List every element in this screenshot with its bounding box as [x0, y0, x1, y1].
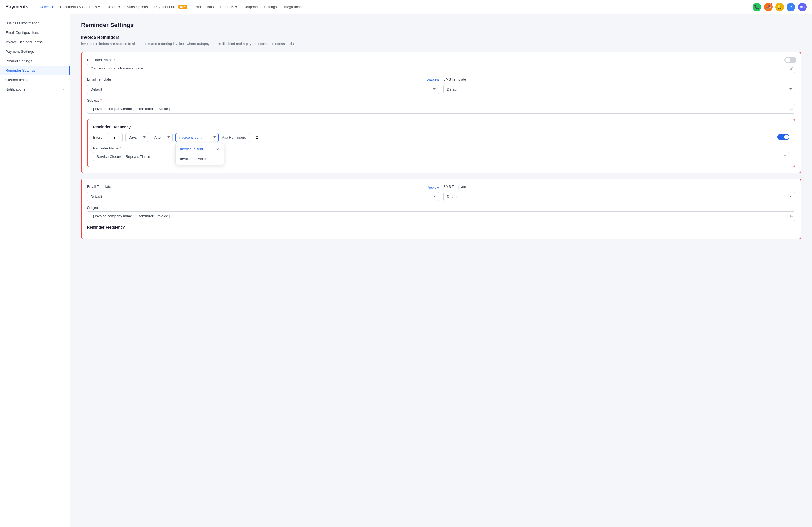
frequency-title: Reminder Frequency [93, 125, 789, 129]
every-label: Every [93, 135, 104, 140]
user-avatar[interactable]: HG [798, 3, 807, 11]
main-content: Reminder Settings Invoice Reminders Invo… [70, 14, 812, 527]
reminder-inner-toggle[interactable] [778, 134, 789, 140]
frequency-when-select[interactable]: After Before [151, 133, 173, 142]
frequency-trigger-select[interactable]: Invoice is sent Invoice is overdue [175, 133, 219, 142]
app-layout: Business Information Email Configuration… [0, 14, 812, 527]
email-template-select-2[interactable]: Default [87, 192, 439, 201]
nav-subscriptions[interactable]: Subscriptions [124, 3, 150, 11]
page-title: Reminder Settings [81, 21, 801, 29]
chevron-down-icon: ▾ [98, 5, 100, 9]
check-icon: ✓ [216, 147, 219, 151]
subject-input-wrapper-2: 🏷 [87, 211, 795, 221]
sidebar-item-custom-fields[interactable]: Custom fields [0, 75, 70, 85]
notification-dot [770, 3, 772, 5]
chevron-down-icon: ▾ [52, 5, 54, 9]
sidebar-item-invoice-title[interactable]: Invoice Title and Terms [0, 37, 70, 47]
reminder-2-email-template-group: Email Template Preview Default [87, 185, 439, 201]
nav-payment-links[interactable]: Payment Links New [151, 3, 190, 11]
tag-icon-btn[interactable]: 🏷 [789, 106, 793, 111]
required-star: * [100, 206, 102, 210]
phone-icon-btn[interactable]: 📞 [753, 3, 761, 11]
subject-label: Subject * [87, 98, 795, 102]
nav-products[interactable]: Products ▾ [218, 3, 240, 11]
section-desc: Invoice reminders are applied to all one… [81, 41, 801, 46]
nav-coupons[interactable]: Coupons [241, 3, 260, 11]
delete-icon-btn-2[interactable]: 🗑 [783, 154, 787, 159]
email-template-preview-link-2[interactable]: Preview [426, 186, 439, 189]
top-nav: Payments Invoices ▾ Documents & Contract… [0, 0, 812, 14]
reminder-2-subject-group: Subject * 🏷 [87, 206, 795, 221]
reminder-1-toggle-container [784, 57, 796, 64]
reminder-1-name-group: Reminder Name * 🗑 [87, 58, 795, 73]
reminder-2-sms-template-group: SMS Template Default [443, 185, 795, 201]
tag-icon-btn-2[interactable]: 🏷 [789, 214, 793, 218]
chevron-down-icon: ▾ [63, 88, 64, 91]
email-template-label-2: Email Template [87, 185, 111, 189]
toggle-knob [785, 58, 790, 62]
reminder-inner-toggle-wrapper [778, 134, 789, 141]
nav-documents[interactable]: Documents & Contracts ▾ [57, 3, 103, 11]
reminder-1-toggle[interactable] [784, 57, 796, 63]
frequency-trigger-wrapper: Invoice is sent Invoice is overdue Invoi… [175, 133, 219, 142]
megaphone-icon-btn[interactable]: 📣 [764, 3, 772, 11]
nav-integrations[interactable]: Integrations [280, 3, 304, 11]
subject-input-wrapper: 🏷 [87, 104, 795, 114]
bell-icon-btn[interactable]: 🔔 [775, 3, 784, 11]
nav-invoices[interactable]: Invoices ▾ [35, 3, 56, 11]
reminder-1-email-template-group: Email Template Preview Default [87, 77, 439, 94]
section-title: Invoice Reminders [81, 35, 801, 40]
email-template-label: Email Template [87, 77, 111, 81]
reminder-1-frequency-card: Reminder Frequency Every Days Weeks Mont… [87, 119, 795, 167]
reminder-card-2: Email Template Preview Default SMS Templ… [81, 179, 801, 239]
sidebar-item-payment-settings[interactable]: Payment Settings [0, 47, 70, 56]
reminder-2-template-row: Email Template Preview Default SMS Templ… [87, 185, 795, 201]
reminder-1-name-input[interactable] [87, 63, 795, 73]
help-icon-btn[interactable]: ? [787, 3, 795, 11]
required-star: * [114, 58, 115, 62]
frequency-number-input[interactable] [106, 133, 123, 142]
required-star: * [120, 146, 121, 150]
sidebar-item-product-settings[interactable]: Product Settings [0, 56, 70, 66]
frequency-trigger-dropdown: Invoice is sent ✓ Invoice is overdue [175, 143, 224, 165]
nav-orders[interactable]: Orders ▾ [104, 3, 123, 11]
brand-title: Payments [5, 4, 28, 10]
sms-template-select-2[interactable]: Default [443, 192, 795, 201]
frequency-unit-select[interactable]: Days Weeks Months [126, 133, 148, 142]
nav-settings[interactable]: Settings [261, 3, 279, 11]
subject-label-2: Subject * [87, 206, 795, 210]
email-template-preview-link[interactable]: Preview [426, 78, 439, 82]
frequency-row: Every Days Weeks Months After Before [93, 133, 789, 142]
sidebar-item-email-configurations[interactable]: Email Configurations [0, 28, 70, 37]
reminder-1-subject-input[interactable] [87, 104, 795, 114]
dropdown-item-invoice-overdue[interactable]: Invoice is overdue [176, 154, 224, 163]
reminder-1-subject-group: Subject * 🏷 [87, 98, 795, 114]
sidebar-item-reminder-settings[interactable]: Reminder Settings [0, 66, 70, 75]
reminder-1-name-input-wrapper: 🗑 [87, 63, 795, 73]
delete-icon-btn[interactable]: 🗑 [789, 66, 793, 70]
nav-right: 📞 📣 🔔 ? HG [753, 3, 807, 11]
reminder-card-1: Reminder Name * 🗑 Email Template Preview [81, 52, 801, 173]
sidebar-item-notifications[interactable]: Notifications ▾ [0, 85, 70, 94]
sidebar: Business Information Email Configuration… [0, 14, 70, 527]
sms-template-label: SMS Template [443, 77, 466, 81]
reminder-2-subject-input[interactable] [87, 211, 795, 221]
toggle-knob [784, 135, 789, 140]
sidebar-item-business-information[interactable]: Business Information [0, 18, 70, 28]
reminder-1-name-label: Reminder Name * [87, 58, 795, 62]
sms-template-label-2: SMS Template [443, 185, 466, 189]
reminder-1-sms-template-group: SMS Template Default [443, 77, 795, 94]
dropdown-item-invoice-sent[interactable]: Invoice is sent ✓ [176, 144, 224, 154]
nav-transactions[interactable]: Transactions [191, 3, 217, 11]
chevron-down-icon: ▾ [118, 5, 120, 9]
nav-items: Invoices ▾ Documents & Contracts ▾ Order… [35, 3, 753, 11]
max-reminders-input[interactable] [249, 133, 265, 142]
required-star: * [100, 98, 102, 102]
email-template-select[interactable]: Default [87, 85, 439, 94]
reminder-1-template-row: Email Template Preview Default SMS Templ… [87, 77, 795, 94]
frequency-title-2: Reminder Frequency [87, 225, 795, 230]
chevron-down-icon: ▾ [235, 5, 237, 9]
sms-template-select[interactable]: Default [443, 85, 795, 94]
max-reminders-label: Max Reminders [221, 135, 246, 140]
new-badge: New [178, 5, 187, 9]
